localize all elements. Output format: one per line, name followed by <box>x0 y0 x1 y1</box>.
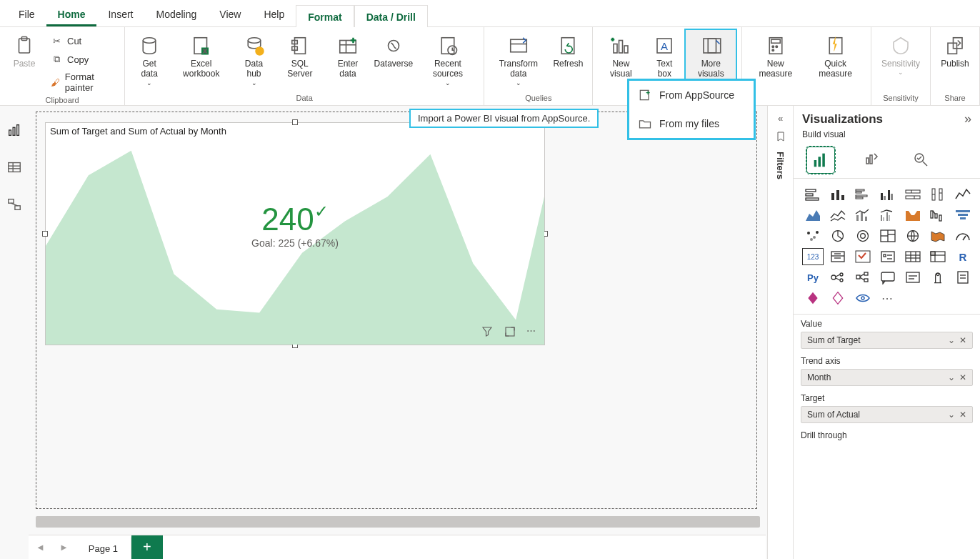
clustered-bar-icon[interactable] <box>852 186 874 203</box>
report-view-button[interactable] <box>6 122 23 139</box>
data-hub-button[interactable]: Data hub⌄ <box>234 30 273 87</box>
filled-map-icon[interactable] <box>927 227 949 244</box>
visual-filter-icon[interactable] <box>481 325 494 340</box>
line-column-icon[interactable] <box>852 207 874 224</box>
page-tab-1[interactable]: Page 1 <box>76 536 131 559</box>
filters-pane-label[interactable]: Filters <box>775 152 786 179</box>
data-view-button[interactable] <box>6 159 23 176</box>
paginated-report-icon[interactable] <box>952 269 974 286</box>
sql-server-button[interactable]: SQL Server <box>276 30 324 79</box>
donut-icon[interactable] <box>852 227 874 244</box>
svg-rect-102 <box>831 252 844 262</box>
svg-rect-83 <box>935 214 937 218</box>
python-visual-icon[interactable]: Py <box>802 269 824 286</box>
smart-narrative-icon[interactable] <box>902 269 924 286</box>
line-chart-icon[interactable] <box>952 186 974 203</box>
multi-row-card-icon[interactable] <box>827 248 849 265</box>
format-painter-button[interactable]: 🖌Format painter <box>46 70 119 94</box>
new-measure-button[interactable]: New measure <box>748 30 803 79</box>
dataverse-button[interactable]: Dataverse <box>372 30 415 69</box>
get-more-visuals-icon[interactable]: ⋯ <box>877 290 899 307</box>
ribbon-chart-icon[interactable] <box>902 207 924 224</box>
cut-button[interactable]: ✂Cut <box>46 33 119 49</box>
tab-modeling[interactable]: Modeling <box>144 3 208 26</box>
horizontal-scrollbar[interactable] <box>36 516 760 528</box>
enter-data-button[interactable]: Enter data <box>326 30 369 79</box>
card-icon[interactable]: 123 <box>802 248 824 265</box>
chevron-down-icon[interactable]: ⌄ <box>948 410 955 420</box>
qa-visual-icon[interactable] <box>877 269 899 286</box>
transform-data-button[interactable]: Transform data⌄ <box>490 30 546 87</box>
scatter-icon[interactable] <box>802 227 824 244</box>
power-automate-icon[interactable] <box>827 290 849 307</box>
target-well[interactable]: Sum of Actual⌄✕ <box>801 406 973 423</box>
line-clustered-icon[interactable] <box>877 207 899 224</box>
page-next[interactable]: ► <box>52 538 76 557</box>
decomposition-tree-icon[interactable] <box>852 269 874 286</box>
page-prev[interactable]: ◄ <box>29 538 52 557</box>
focus-mode-icon[interactable] <box>504 325 516 340</box>
recent-sources-button[interactable]: Recent sources⌄ <box>418 30 479 87</box>
kpi-icon[interactable] <box>852 248 874 265</box>
get-data-button[interactable]: Get data⌄ <box>131 30 168 87</box>
excel-workbook-button[interactable]: XExcel workbook <box>171 30 231 79</box>
quick-measure-button[interactable]: Quick measure <box>806 30 865 79</box>
canvas-selection[interactable]: Sum of Target and Sum of Actual by Month… <box>36 112 757 509</box>
bookmark-pane-icon[interactable] <box>775 131 786 144</box>
from-my-files-item[interactable]: From my files <box>629 109 754 138</box>
from-appsource-item[interactable]: From AppSource <box>629 81 754 109</box>
remove-field-icon[interactable]: ✕ <box>959 335 966 345</box>
gauge-icon[interactable] <box>952 227 974 244</box>
remove-field-icon[interactable]: ✕ <box>959 410 966 420</box>
tab-format[interactable]: Format <box>296 5 354 28</box>
table-icon[interactable] <box>902 248 924 265</box>
value-well[interactable]: Sum of Target⌄✕ <box>801 332 973 349</box>
map-icon[interactable] <box>902 227 924 244</box>
format-tab[interactable] <box>856 147 885 174</box>
clustered-column-icon[interactable] <box>877 186 899 203</box>
tab-help[interactable]: Help <box>252 3 296 26</box>
expand-filters-icon[interactable]: « <box>778 113 783 124</box>
chevron-down-icon[interactable]: ⌄ <box>948 372 955 382</box>
area-chart-icon[interactable] <box>802 207 824 224</box>
tab-file[interactable]: File <box>7 3 46 26</box>
new-visual-button[interactable]: New visual <box>599 30 643 79</box>
stacked-area-icon[interactable] <box>827 207 849 224</box>
matrix-icon[interactable] <box>927 248 949 265</box>
expand-viz-icon[interactable]: » <box>964 112 971 127</box>
power-apps-icon[interactable] <box>802 290 824 307</box>
key-influencers-icon[interactable] <box>827 269 849 286</box>
build-tab[interactable] <box>806 147 835 174</box>
tab-view[interactable]: View <box>208 3 252 26</box>
refresh-button[interactable]: Refresh <box>549 30 586 69</box>
model-view-button[interactable] <box>6 196 23 213</box>
add-page-button[interactable]: + <box>131 535 163 560</box>
kpi-visual[interactable]: Sum of Target and Sum of Actual by Month… <box>45 122 545 345</box>
r-visual-icon[interactable]: R <box>952 248 974 265</box>
paste-button[interactable]: Paste <box>6 30 43 69</box>
sensitivity-button[interactable]: Sensitivity⌄ <box>877 30 924 76</box>
remove-field-icon[interactable]: ✕ <box>959 372 966 382</box>
tab-data-drill[interactable]: Data / Drill <box>354 5 428 28</box>
stacked-bar-icon[interactable] <box>802 186 824 203</box>
text-box-button[interactable]: AText box <box>646 30 683 79</box>
arcgis-icon[interactable] <box>852 290 874 307</box>
tab-insert[interactable]: Insert <box>96 3 144 26</box>
stacked-column-icon[interactable] <box>827 186 849 203</box>
analytics-tab[interactable] <box>906 147 935 174</box>
funnel-icon[interactable] <box>952 207 974 224</box>
tab-home[interactable]: Home <box>46 3 97 26</box>
copy-button[interactable]: ⧉Copy <box>46 51 119 67</box>
hundred-stacked-column-icon[interactable] <box>927 186 949 203</box>
treemap-icon[interactable] <box>877 227 899 244</box>
goals-icon[interactable] <box>927 269 949 286</box>
slicer-icon[interactable] <box>877 248 899 265</box>
publish-button[interactable]: Publish <box>936 30 974 69</box>
chevron-down-icon[interactable]: ⌄ <box>948 335 955 345</box>
waterfall-icon[interactable] <box>927 207 949 224</box>
trend-well[interactable]: Month⌄✕ <box>801 369 973 386</box>
more-options-icon[interactable]: ⋯ <box>526 325 537 340</box>
resize-handle[interactable] <box>292 119 298 125</box>
hundred-stacked-bar-icon[interactable] <box>902 186 924 203</box>
pie-icon[interactable] <box>827 227 849 244</box>
